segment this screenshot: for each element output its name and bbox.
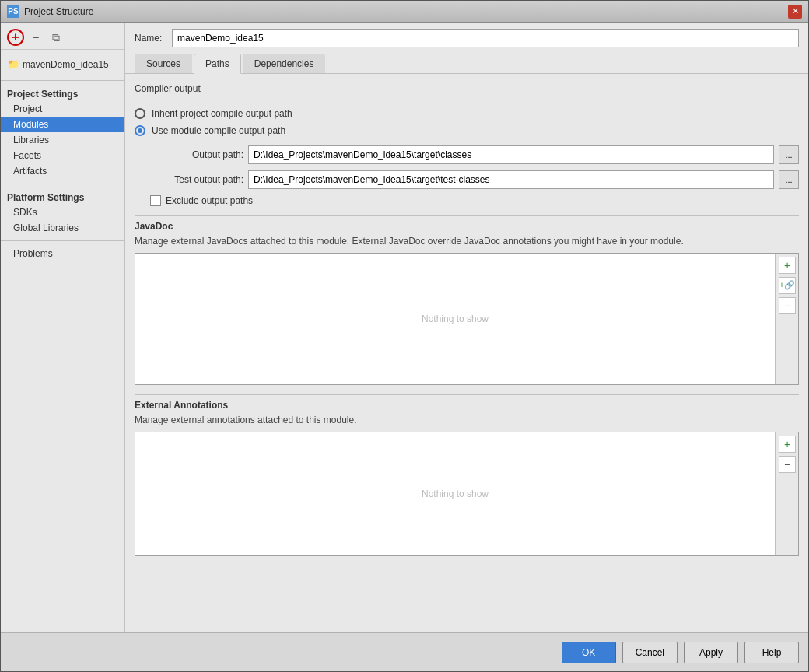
remove-module-button[interactable]: − bbox=[27, 29, 44, 46]
javadoc-list-buttons: + +🔗 − bbox=[775, 254, 798, 384]
inherit-label: Inherit project compile output path bbox=[152, 108, 292, 119]
ext-annotations-title: External Annotations bbox=[135, 400, 799, 411]
sidebar-item-problems[interactable]: Problems bbox=[1, 246, 124, 261]
ext-annotations-remove-button[interactable]: − bbox=[779, 456, 796, 473]
sidebar-item-artifacts[interactable]: Artifacts bbox=[1, 163, 124, 179]
javadoc-empty-text: Nothing to show bbox=[422, 313, 489, 324]
tab-sources[interactable]: Sources bbox=[135, 54, 192, 73]
titlebar-left: PS Project Structure bbox=[7, 5, 93, 18]
name-label: Name: bbox=[135, 33, 166, 44]
javadoc-remove-button[interactable]: − bbox=[779, 297, 796, 314]
tab-paths[interactable]: Paths bbox=[194, 54, 241, 74]
output-browse-button[interactable]: ... bbox=[779, 145, 799, 164]
sidebar: + − ⧉ 📁 mavenDemo_idea15 Project Setting… bbox=[1, 23, 125, 632]
output-path-row: Output path: ... bbox=[135, 145, 799, 164]
ext-annotations-desc: Manage external annotations attached to … bbox=[135, 414, 799, 427]
right-panel: Name: Sources Paths Dependencies Compile… bbox=[125, 23, 808, 632]
inherit-radio[interactable] bbox=[135, 108, 145, 119]
sidebar-item-libraries[interactable]: Libraries bbox=[1, 132, 124, 148]
inherit-radio-row: Inherit project compile output path bbox=[135, 105, 799, 122]
ok-button[interactable]: OK bbox=[562, 642, 616, 663]
cancel-button[interactable]: Cancel bbox=[622, 642, 678, 663]
apply-button[interactable]: Apply bbox=[684, 642, 738, 663]
name-row: Name: bbox=[125, 23, 808, 54]
module-icon: 📁 bbox=[7, 58, 19, 70]
module-list: 📁 mavenDemo_idea15 bbox=[1, 53, 124, 75]
use-module-label: Use module compile output path bbox=[152, 125, 285, 136]
radio-dot bbox=[138, 128, 142, 133]
sidebar-item-global-libraries[interactable]: Global Libraries bbox=[1, 220, 124, 236]
exclude-checkbox-row: Exclude output paths bbox=[135, 195, 799, 206]
exclude-label: Exclude output paths bbox=[166, 195, 253, 206]
javadoc-desc: Manage external JavaDocs attached to thi… bbox=[135, 235, 799, 248]
ext-annotations-list-buttons: + − bbox=[775, 432, 798, 555]
sidebar-item-sdks[interactable]: SDKs bbox=[1, 205, 124, 220]
output-path-label: Output path: bbox=[150, 149, 243, 160]
window-title: Project Structure bbox=[24, 6, 93, 17]
ext-annotations-empty-text: Nothing to show bbox=[422, 488, 489, 499]
close-button[interactable]: ✕ bbox=[788, 5, 802, 19]
module-name: mavenDemo_idea15 bbox=[23, 59, 109, 70]
copy-module-button[interactable]: ⧉ bbox=[47, 29, 65, 46]
name-input[interactable] bbox=[172, 29, 799, 47]
sidebar-item-project[interactable]: Project bbox=[1, 101, 124, 117]
main-content: + − ⧉ 📁 mavenDemo_idea15 Project Setting… bbox=[1, 23, 808, 632]
tabs-bar: Sources Paths Dependencies bbox=[125, 54, 808, 74]
app-icon: PS bbox=[7, 5, 19, 18]
ext-annotations-list-panel: Nothing to show + − bbox=[135, 432, 799, 556]
exclude-checkbox[interactable] bbox=[150, 195, 161, 206]
javadoc-section: JavaDoc Manage external JavaDocs attache… bbox=[135, 221, 799, 385]
project-settings-header: Project Settings bbox=[1, 86, 124, 101]
ext-annotations-add-button[interactable]: + bbox=[779, 436, 796, 453]
javadoc-add-url-button[interactable]: +🔗 bbox=[779, 277, 796, 294]
ext-annotations-section: External Annotations Manage external ann… bbox=[135, 400, 799, 556]
add-module-button[interactable]: + bbox=[7, 29, 24, 46]
javadoc-title: JavaDoc bbox=[135, 221, 799, 232]
platform-settings-header: Platform Settings bbox=[1, 189, 124, 205]
ext-annotations-list-area: Nothing to show bbox=[135, 432, 775, 555]
test-output-path-row: Test output path: ... bbox=[135, 170, 799, 189]
use-module-radio[interactable] bbox=[135, 125, 145, 136]
module-item[interactable]: 📁 mavenDemo_idea15 bbox=[1, 56, 124, 72]
panel-content: Compiler output Inherit project compile … bbox=[125, 74, 808, 632]
javadoc-list-area: Nothing to show bbox=[135, 254, 775, 384]
test-output-path-label: Test output path: bbox=[150, 174, 243, 185]
javadoc-add-button[interactable]: + bbox=[779, 257, 796, 274]
output-path-input[interactable] bbox=[248, 145, 774, 164]
compiler-output-title: Compiler output bbox=[135, 83, 799, 97]
use-module-radio-row: Use module compile output path bbox=[135, 122, 799, 139]
test-output-path-input[interactable] bbox=[248, 170, 774, 189]
tab-dependencies[interactable]: Dependencies bbox=[243, 54, 326, 73]
project-structure-window: PS Project Structure ✕ + − ⧉ 📁 mavenDemo… bbox=[0, 0, 809, 672]
help-button[interactable]: Help bbox=[744, 642, 799, 663]
titlebar: PS Project Structure ✕ bbox=[1, 1, 808, 23]
sidebar-item-facets[interactable]: Facets bbox=[1, 148, 124, 163]
radio-group: Inherit project compile output path Use … bbox=[135, 105, 799, 139]
bottom-bar: OK Cancel Apply Help bbox=[1, 632, 808, 671]
javadoc-list-panel: Nothing to show + +🔗 − bbox=[135, 253, 799, 385]
test-browse-button[interactable]: ... bbox=[779, 170, 799, 189]
sidebar-item-modules[interactable]: Modules bbox=[1, 117, 124, 132]
sidebar-toolbar: + − ⧉ bbox=[1, 26, 124, 50]
